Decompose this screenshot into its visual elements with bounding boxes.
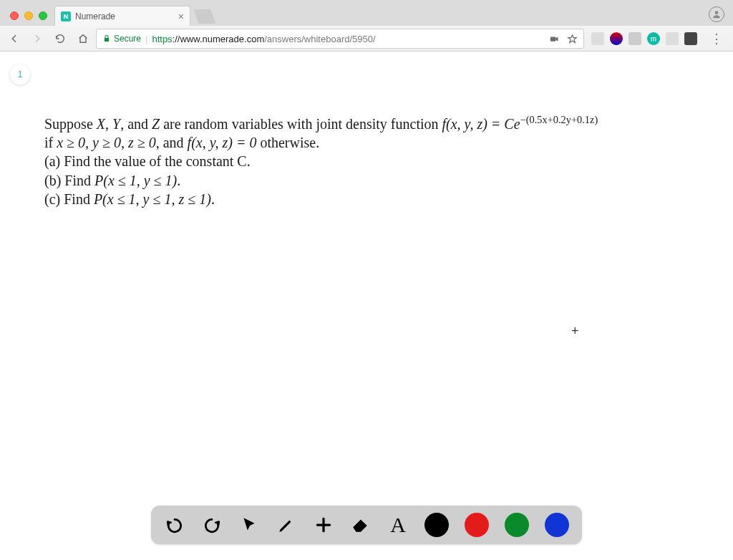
- browser-chrome: N Numerade × Secure | https://: [0, 0, 733, 52]
- browser-tab[interactable]: N Numerade ×: [54, 6, 190, 26]
- browser-toolbar: Secure | https://www.numerade.com/answer…: [0, 26, 733, 52]
- eraser-icon: [351, 516, 370, 534]
- tab-favicon: N: [61, 11, 71, 21]
- svg-rect-1: [550, 37, 556, 41]
- pencil-tool-button[interactable]: [276, 514, 297, 536]
- redo-icon: [203, 516, 221, 534]
- user-icon: [712, 9, 722, 19]
- profile-button[interactable]: [709, 6, 724, 22]
- color-green-button[interactable]: [505, 513, 529, 537]
- extension-icon-1[interactable]: [591, 32, 604, 45]
- star-icon[interactable]: [567, 34, 578, 44]
- problem-text: Suppose X, Y, and Z are random variables…: [44, 113, 730, 209]
- whiteboard-toolbar: A: [151, 506, 582, 544]
- minimize-window-button[interactable]: [24, 11, 33, 20]
- new-tab-button[interactable]: [193, 9, 215, 24]
- tab-close-button[interactable]: ×: [178, 11, 184, 22]
- text-tool-button[interactable]: A: [387, 514, 409, 536]
- back-button[interactable]: [4, 29, 24, 49]
- extension-icons: m: [587, 32, 702, 45]
- undo-icon: [165, 516, 184, 534]
- svg-point-0: [715, 11, 719, 14]
- arrow-right-icon: [31, 33, 43, 44]
- extension-icon-2[interactable]: [610, 32, 623, 45]
- extension-icon-6[interactable]: [684, 32, 697, 45]
- home-icon: [77, 33, 89, 44]
- slide-number-badge[interactable]: 1: [10, 64, 30, 85]
- pointer-tool-button[interactable]: [238, 514, 260, 536]
- color-blue-button[interactable]: [545, 513, 569, 537]
- add-tool-button[interactable]: [313, 514, 334, 536]
- maximize-window-button[interactable]: [39, 11, 47, 20]
- eraser-tool-button[interactable]: [350, 514, 372, 536]
- url-text: https://www.numerade.com/answers/whitebo…: [152, 34, 375, 44]
- browser-menu-button[interactable]: ⋮: [704, 31, 729, 47]
- home-button[interactable]: [73, 29, 93, 49]
- window-controls: [6, 11, 54, 26]
- extension-icon-3[interactable]: [628, 32, 641, 45]
- undo-button[interactable]: [164, 514, 185, 536]
- page-content: 1 Suppose X, Y, and Z are random variabl…: [0, 52, 733, 560]
- close-window-button[interactable]: [10, 11, 19, 20]
- tab-strip: N Numerade ×: [0, 0, 733, 26]
- plus-icon: [314, 516, 333, 534]
- address-bar[interactable]: Secure | https://www.numerade.com/answer…: [96, 29, 584, 49]
- color-red-button[interactable]: [465, 513, 489, 537]
- forward-button: [27, 29, 47, 49]
- secure-indicator: Secure: [102, 34, 141, 44]
- extension-icon-4[interactable]: m: [647, 32, 660, 45]
- crosshair-cursor: +: [571, 324, 579, 339]
- arrow-left-icon: [9, 33, 20, 44]
- lock-icon: [102, 34, 111, 43]
- reload-icon: [54, 33, 66, 44]
- pencil-icon: [277, 516, 296, 534]
- color-black-button[interactable]: [424, 513, 449, 537]
- pointer-icon: [240, 516, 258, 534]
- extension-icon-5[interactable]: [666, 32, 679, 45]
- tab-title: Numerade: [75, 11, 115, 21]
- reload-button[interactable]: [50, 29, 70, 49]
- redo-button[interactable]: [201, 514, 223, 536]
- camera-icon[interactable]: [549, 34, 560, 44]
